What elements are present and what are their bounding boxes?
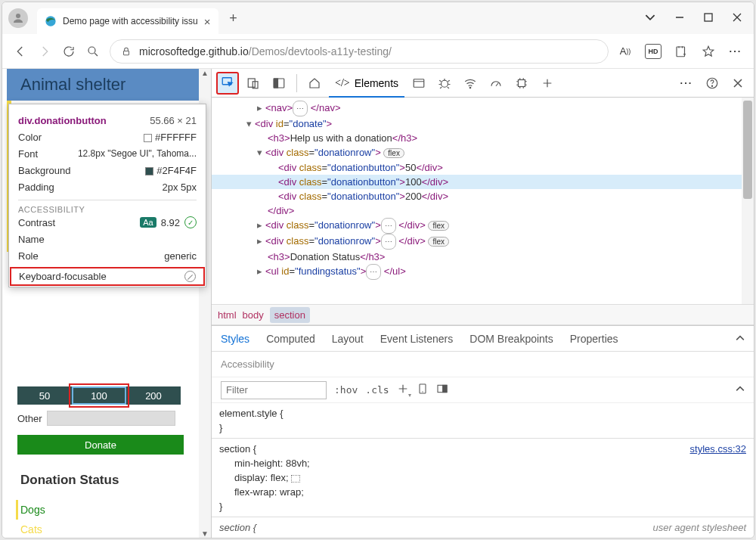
page-title: Animal shelter <box>20 75 125 95</box>
elements-tab[interactable]: </>Elements <box>329 70 404 98</box>
donation-status-title: Donation Status <box>20 473 119 488</box>
browser-tab[interactable]: Demo page with accessibility issu × <box>37 8 218 34</box>
keyboard-focusable-row: Keyboard-focusable <box>10 267 205 286</box>
tab-close-icon[interactable]: × <box>204 15 211 28</box>
flex-editor-icon[interactable] <box>291 475 300 483</box>
event-listeners-tab[interactable]: Event Listeners <box>380 333 454 345</box>
donation-button-50[interactable]: 50 <box>17 386 72 405</box>
more-tools-icon[interactable]: ··· <box>675 72 698 95</box>
dom-tree[interactable]: ▸<nav>⋯ </nav> ▾<div id="donate"> <h3>He… <box>212 98 742 304</box>
dom-scrollbar[interactable] <box>742 98 754 304</box>
new-tab-button[interactable]: + <box>223 8 244 29</box>
close-devtools-button[interactable] <box>727 72 749 95</box>
svg-point-18 <box>711 85 712 86</box>
minimize-button[interactable] <box>675 12 684 24</box>
chevron-up-icon[interactable] <box>736 333 745 345</box>
other-label: Other <box>17 413 42 424</box>
add-rule-icon[interactable]: ▾ <box>397 383 409 397</box>
titlebar: Demo page with accessibility issu × + <box>2 2 754 34</box>
add-tab-button[interactable] <box>536 72 559 95</box>
device-emulation-button[interactable] <box>242 72 265 95</box>
refresh-button[interactable] <box>61 45 76 58</box>
svg-point-0 <box>16 14 20 18</box>
svg-rect-8 <box>248 79 255 87</box>
svg-rect-3 <box>705 14 712 21</box>
maximize-button[interactable] <box>704 12 713 24</box>
urlbar: microsoftedge.github.io/Demos/devtools-a… <box>2 34 754 69</box>
svg-rect-5 <box>124 51 129 54</box>
styles-panel: Styles Computed Layout Event Listeners D… <box>212 325 754 538</box>
welcome-tab-icon[interactable] <box>303 72 326 95</box>
network-icon[interactable] <box>459 72 482 95</box>
forward-button <box>37 45 52 58</box>
svg-rect-22 <box>442 385 446 392</box>
chevron-down-icon[interactable] <box>645 12 655 25</box>
inspector-tooltip: div.donationbutton55.66 × 21 Color#FFFFF… <box>8 104 206 287</box>
donate-button[interactable]: Donate <box>17 435 184 455</box>
hov-toggle[interactable]: :hov <box>334 384 358 396</box>
svg-point-14 <box>442 80 448 87</box>
devtools-toolbar: </>Elements ··· <box>212 69 754 98</box>
svg-rect-11 <box>274 79 277 88</box>
contrast-badge: Aa <box>140 217 156 228</box>
lock-icon <box>121 46 132 57</box>
edge-icon <box>45 15 57 27</box>
read-aloud-icon[interactable]: A)) <box>618 44 633 59</box>
dock-button[interactable] <box>268 72 290 95</box>
memory-icon[interactable] <box>510 72 533 95</box>
not-focusable-icon <box>184 271 196 282</box>
donation-buttons: 50 100 200 <box>17 386 181 405</box>
styles-tab[interactable]: Styles <box>221 333 249 345</box>
device-icon[interactable] <box>417 383 429 397</box>
svg-rect-16 <box>519 79 525 86</box>
search-icon[interactable] <box>85 45 101 58</box>
svg-rect-12 <box>414 79 424 87</box>
collections-icon[interactable] <box>674 44 689 59</box>
profile-avatar[interactable] <box>8 8 28 28</box>
url-text: microsoftedge.github.io/Demos/devtools-a… <box>139 45 392 57</box>
status-list: Dogs Cats Farm Animals Small Pets Others <box>20 500 85 538</box>
performance-icon[interactable] <box>485 72 507 95</box>
computed-tab[interactable]: Computed <box>266 333 315 345</box>
accessibility-tab[interactable]: Accessibility <box>221 358 274 370</box>
layout-tab[interactable]: Layout <box>332 333 364 345</box>
hd-icon[interactable]: HD <box>645 44 662 59</box>
source-link[interactable]: styles.css:32 <box>690 442 746 456</box>
filter-input[interactable] <box>221 381 327 399</box>
svg-point-4 <box>88 47 95 54</box>
tab-title: Demo page with accessibility issu <box>63 16 198 26</box>
svg-rect-6 <box>677 47 685 57</box>
more-icon[interactable]: ··· <box>728 44 743 59</box>
other-input[interactable] <box>47 411 175 426</box>
page-content: Animal shelter div.donationbutton55.66 ×… <box>2 69 211 538</box>
favorite-icon[interactable] <box>701 44 716 59</box>
inspect-element-button[interactable] <box>216 72 239 95</box>
devtools: </>Elements ··· ▸<nav>⋯ </nav> ▾<div id=… <box>211 69 754 538</box>
donation-button-100[interactable]: 100 <box>72 386 126 405</box>
svg-point-15 <box>469 87 471 88</box>
close-window-button[interactable] <box>733 12 742 24</box>
check-icon: ✓ <box>184 216 197 228</box>
properties-tab[interactable]: Properties <box>570 333 618 345</box>
dom-breadcrumbs[interactable]: html body section <box>212 304 754 325</box>
dom-breakpoints-tab[interactable]: DOM Breakpoints <box>469 333 553 345</box>
donation-button-200[interactable]: 200 <box>126 386 181 405</box>
app-tab-icon[interactable] <box>407 72 430 95</box>
cls-toggle[interactable]: .cls <box>365 384 389 396</box>
panel-toggle-icon[interactable] <box>436 383 448 397</box>
bug-icon[interactable] <box>433 72 456 95</box>
help-icon[interactable] <box>701 72 723 95</box>
chevron-up-icon[interactable] <box>736 384 745 396</box>
svg-point-1 <box>45 16 55 26</box>
address-bar[interactable]: microsoftedge.github.io/Demos/devtools-a… <box>110 39 609 64</box>
back-button[interactable] <box>13 45 28 58</box>
